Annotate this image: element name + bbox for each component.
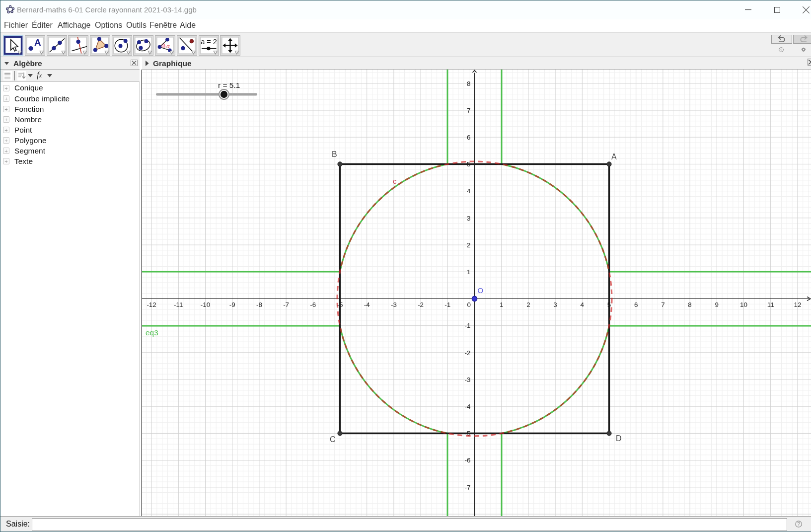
svg-text:4: 4: [581, 301, 585, 308]
svg-text:-9: -9: [229, 301, 235, 308]
svg-text:1: 1: [467, 268, 470, 276]
svg-text:9: 9: [715, 301, 719, 308]
svg-text:-3: -3: [391, 301, 397, 308]
svg-text:-4: -4: [364, 301, 370, 308]
svg-text:C: C: [330, 435, 336, 444]
svg-text:-6: -6: [310, 301, 316, 308]
svg-text:8: 8: [688, 301, 691, 308]
svg-text:-7: -7: [465, 484, 471, 491]
svg-text:-4: -4: [465, 403, 471, 410]
svg-text:D: D: [616, 434, 622, 443]
svg-text:r = 5.1: r = 5.1: [218, 81, 240, 89]
svg-text:-7: -7: [283, 301, 289, 308]
svg-text:8: 8: [467, 80, 470, 87]
svg-text:-2: -2: [418, 301, 424, 308]
svg-text:-6: -6: [465, 456, 471, 464]
svg-text:0: 0: [467, 301, 471, 308]
svg-text:-2: -2: [465, 349, 471, 357]
svg-text:7: 7: [661, 301, 664, 308]
svg-text:7: 7: [467, 107, 470, 114]
svg-text:O: O: [478, 286, 484, 295]
svg-text:-12: -12: [147, 301, 156, 308]
svg-text:B: B: [332, 150, 337, 158]
svg-text:-3: -3: [465, 376, 471, 383]
svg-text:6: 6: [634, 301, 638, 308]
svg-text:3: 3: [467, 215, 470, 222]
svg-text:-11: -11: [174, 301, 183, 308]
svg-text:A: A: [611, 152, 617, 161]
svg-text:2: 2: [526, 301, 530, 308]
svg-text:4: 4: [467, 187, 471, 195]
svg-text:-1: -1: [465, 322, 471, 329]
svg-text:-8: -8: [256, 301, 262, 308]
svg-text:11: 11: [767, 301, 774, 308]
svg-text:12: 12: [794, 301, 801, 308]
svg-text:3: 3: [553, 301, 557, 308]
svg-text:10: 10: [740, 301, 747, 308]
svg-text:c: c: [393, 177, 397, 185]
svg-text:2: 2: [467, 241, 470, 249]
svg-text:-10: -10: [201, 301, 210, 308]
svg-text:1: 1: [500, 301, 503, 308]
svg-text:?: ?: [797, 522, 800, 527]
svg-text:6: 6: [467, 134, 470, 141]
svg-text:-1: -1: [444, 301, 450, 308]
svg-text:eq3: eq3: [146, 328, 158, 337]
